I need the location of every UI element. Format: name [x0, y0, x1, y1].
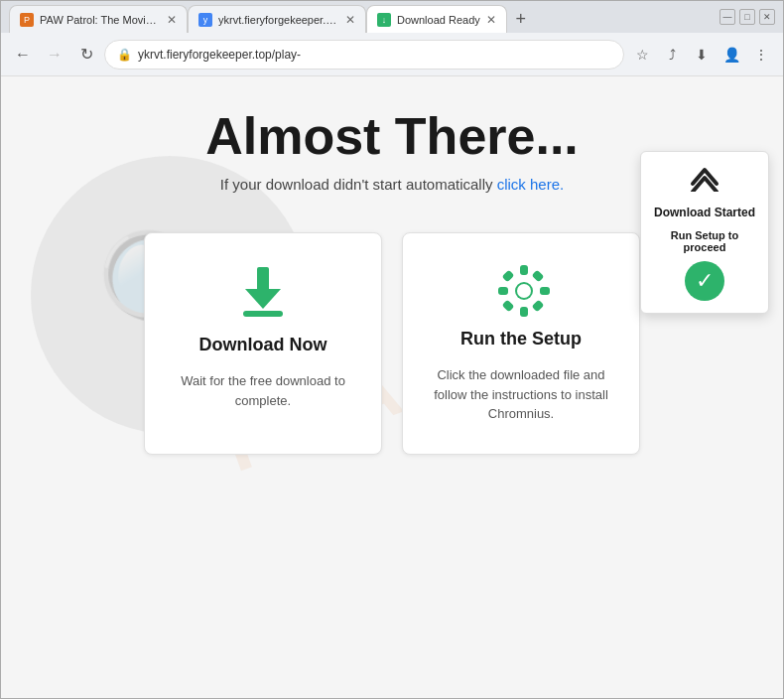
address-bar[interactable]: 🔒 ykrvt.fieryforgekeeper.top/play- [104, 40, 624, 70]
maximize-button[interactable]: □ [739, 9, 755, 25]
tab-1-title: PAW Patrol: The Movie (2021) Yi... [40, 14, 161, 26]
tab-3[interactable]: ↓ Download Ready ✕ [366, 5, 507, 33]
svg-rect-10 [502, 300, 515, 313]
svg-rect-9 [532, 270, 545, 283]
sub-text-label: If your download didn't start automatica… [220, 176, 497, 193]
sub-text: If your download didn't start automatica… [220, 176, 564, 193]
click-here-link[interactable]: click here. [497, 176, 565, 193]
svg-rect-7 [540, 287, 550, 295]
run-setup-desc: Click the downloaded file and follow the… [423, 365, 619, 424]
forward-button[interactable]: → [41, 41, 68, 69]
bookmark-star-button[interactable]: ☆ [628, 41, 656, 69]
run-setup-card: Run the Setup Click the downloaded file … [402, 232, 640, 455]
download-now-title: Download Now [199, 335, 327, 355]
nav-actions: ☆ ⤴ ⬇ 👤 ⋮ [628, 41, 775, 69]
download-button[interactable]: ⬇ [688, 41, 716, 69]
popup-title: Download Started [654, 206, 755, 221]
close-button[interactable]: ✕ [759, 9, 775, 25]
tab-2-favicon: y [198, 13, 212, 27]
popup-arrow-icon [689, 164, 720, 198]
svg-rect-6 [498, 287, 508, 295]
popup-check-icon: ✓ [685, 261, 724, 301]
svg-rect-4 [520, 265, 528, 275]
download-icon [235, 263, 291, 319]
tab-2[interactable]: y ykrvt.fieryforgekeeper.top/play-... ✕ [188, 5, 366, 33]
gear-icon [496, 263, 546, 313]
browser-window: P PAW Patrol: The Movie (2021) Yi... ✕ y… [0, 0, 784, 699]
download-popup: Download Started Run Setup to proceed ✓ [640, 151, 769, 314]
browser-content: 🔍 FISA.LTD Almost There... If your downl… [1, 76, 783, 698]
minimize-button[interactable]: — [719, 9, 735, 25]
svg-rect-8 [502, 270, 515, 283]
download-now-desc: Wait for the free download to complete. [165, 371, 361, 410]
reload-button[interactable]: ↻ [72, 41, 100, 69]
svg-marker-1 [245, 289, 281, 309]
tab-1-close[interactable]: ✕ [167, 13, 177, 27]
menu-button[interactable]: ⋮ [747, 41, 775, 69]
cards-row: Download Now Wait for the free download … [144, 232, 640, 455]
svg-rect-11 [532, 300, 545, 313]
download-now-card: Download Now Wait for the free download … [144, 232, 382, 455]
address-text: ykrvt.fieryforgekeeper.top/play- [138, 48, 611, 62]
main-heading: Almost There... [205, 106, 579, 166]
title-bar: P PAW Patrol: The Movie (2021) Yi... ✕ y… [1, 1, 783, 33]
profile-button[interactable]: 👤 [718, 41, 745, 69]
tab-1[interactable]: P PAW Patrol: The Movie (2021) Yi... ✕ [9, 5, 188, 33]
svg-point-12 [517, 284, 531, 298]
tab-2-close[interactable]: ✕ [345, 13, 355, 27]
window-controls: — □ ✕ [719, 9, 775, 25]
new-tab-button[interactable]: + [507, 5, 535, 33]
share-button[interactable]: ⤴ [658, 41, 686, 69]
tab-2-title: ykrvt.fieryforgekeeper.top/play-... [218, 14, 339, 26]
lock-icon: 🔒 [117, 48, 132, 62]
back-button[interactable]: ← [9, 41, 37, 69]
tab-3-favicon: ↓ [377, 13, 391, 27]
svg-rect-0 [257, 267, 269, 291]
tab-1-favicon: P [20, 13, 34, 27]
tab-3-title: Download Ready [397, 14, 480, 26]
nav-bar: ← → ↻ 🔒 ykrvt.fieryforgekeeper.top/play-… [1, 33, 783, 76]
svg-rect-5 [520, 307, 528, 317]
tab-bar: P PAW Patrol: The Movie (2021) Yi... ✕ y… [9, 1, 712, 33]
run-setup-title: Run the Setup [460, 329, 582, 350]
tab-3-close[interactable]: ✕ [486, 13, 496, 27]
popup-subtitle: Run Setup to proceed [653, 229, 756, 253]
svg-rect-2 [243, 311, 283, 317]
